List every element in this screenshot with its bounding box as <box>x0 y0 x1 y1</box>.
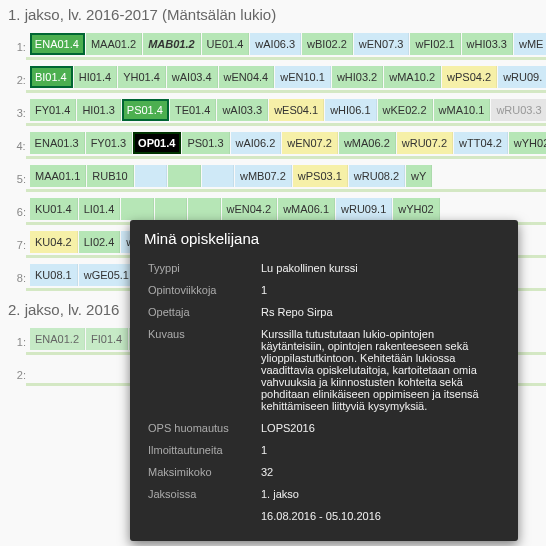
course-chip[interactable]: BI01.4 <box>30 66 73 88</box>
tooltip-type-value: Lu pakollinen kurssi <box>257 257 504 279</box>
course-chip[interactable]: LI01.4 <box>79 198 121 220</box>
course-row: 1:ENA01.4MAA01.2MAB01.2UE01.4wAI06.3wBI0… <box>0 31 546 57</box>
course-row: 6:KU01.4LI01.4 wEN04.2wMA06.1wRU09.1wYH0… <box>0 196 546 222</box>
course-chip[interactable]: wRU07.2 <box>397 132 453 154</box>
row-number: 2: <box>4 361 30 381</box>
tooltip-desc-label: Kuvaus <box>144 323 257 390</box>
course-chip[interactable]: PS01.4 <box>122 99 169 121</box>
course-chip[interactable]: wRU03.3 <box>491 99 546 121</box>
course-chip[interactable] <box>188 198 220 220</box>
course-chip[interactable] <box>121 198 153 220</box>
course-chip[interactable]: wEN10.1 <box>275 66 331 88</box>
course-chip[interactable]: wRU08.2 <box>349 165 405 187</box>
course-chip[interactable] <box>135 165 167 187</box>
course-chip[interactable]: HI01.3 <box>77 99 120 121</box>
row-number: 1: <box>4 328 30 348</box>
course-chip[interactable]: wRU09.1 <box>336 198 392 220</box>
tooltip-teacher-value: Rs Repo Sirpa <box>257 301 504 323</box>
tooltip-weeks-value: 1 <box>257 279 504 301</box>
course-chip[interactable]: TE01.4 <box>170 99 216 121</box>
row-number: 5: <box>4 165 30 185</box>
row-number: 3: <box>4 99 30 119</box>
course-chip[interactable]: ENA01.4 <box>30 33 85 55</box>
row-number: 6: <box>4 198 30 218</box>
course-chip[interactable]: wHI03.3 <box>462 33 513 55</box>
course-chip[interactable]: wMA10.2 <box>384 66 441 88</box>
tooltip-type-label: Tyyppi <box>144 257 257 279</box>
tooltip-teacher-label: Opettaja <box>144 301 257 323</box>
row-number: 4: <box>4 132 30 152</box>
course-chip[interactable]: FY01.4 <box>30 99 76 121</box>
row-number: 8: <box>4 264 30 284</box>
course-chip[interactable]: wAI03.4 <box>167 66 218 88</box>
course-chip[interactable]: FI01.4 <box>86 328 128 350</box>
row-number: 2: <box>4 66 30 86</box>
course-row: 4:ENA01.3FY01.3OP01.4PS01.3wAI06.2wEN07.… <box>0 130 546 156</box>
course-chip[interactable]: wAI03.3 <box>217 99 268 121</box>
course-chip[interactable]: wMB07.2 <box>235 165 292 187</box>
course-chip[interactable]: wAI06.3 <box>250 33 301 55</box>
course-chip[interactable]: ENA01.3 <box>30 132 85 154</box>
course-chip[interactable]: wPS03.1 <box>293 165 348 187</box>
course-chip[interactable]: RUB10 <box>87 165 133 187</box>
course-chip[interactable]: FY01.3 <box>86 132 132 154</box>
course-chip[interactable]: UE01.4 <box>202 33 250 55</box>
tooltip-weeks-label: Opintoviikkoja <box>144 279 257 301</box>
course-chip[interactable] <box>202 165 234 187</box>
course-chip[interactable]: wPS04.2 <box>442 66 497 88</box>
tooltip-desc-value: Kurssilla tutustutaan lukio-opintojen kä… <box>257 323 504 390</box>
course-chip[interactable]: wHI06.1 <box>325 99 376 121</box>
row-number: 7: <box>4 231 30 251</box>
course-chip[interactable]: MAA01.2 <box>86 33 142 55</box>
course-chip[interactable] <box>168 165 200 187</box>
course-chip[interactable]: wYH02 <box>509 132 546 154</box>
course-row: 5:MAA01.1RUB10 wMB07.2wPS03.1wRU08.2wY <box>0 163 546 189</box>
course-chip[interactable]: wMA06.1 <box>278 198 335 220</box>
course-chip[interactable]: MAB01.2 <box>143 33 200 55</box>
course-chip[interactable]: wKE02.2 <box>378 99 433 121</box>
course-chip[interactable]: wBI02.2 <box>302 33 353 55</box>
course-chip[interactable]: wHI03.2 <box>332 66 383 88</box>
course-chip[interactable]: wMA10.1 <box>434 99 491 121</box>
section-title-1: 1. jakso, lv. 2016-2017 (Mäntsälän lukio… <box>0 0 546 31</box>
course-chip[interactable]: PS01.3 <box>182 132 229 154</box>
course-chip[interactable]: wEN07.2 <box>282 132 338 154</box>
course-chip[interactable]: wAI06.2 <box>231 132 282 154</box>
course-chip[interactable]: LI02.4 <box>79 231 121 253</box>
course-chip[interactable]: MAA01.1 <box>30 165 86 187</box>
tooltip-title: Minä opiskelijana <box>144 230 504 247</box>
course-row: 3:FY01.4HI01.3PS01.4TE01.4wAI03.3wES04.1… <box>0 97 546 123</box>
course-chip[interactable]: wES04.1 <box>269 99 324 121</box>
course-chip[interactable]: KU08.1 <box>30 264 78 286</box>
course-tooltip: Minä opiskelijana Tyyppi Lu pakollinen k… <box>130 220 518 390</box>
course-chip[interactable]: KU01.4 <box>30 198 78 220</box>
course-chip[interactable]: wY <box>406 165 432 187</box>
course-chip[interactable]: KU04.2 <box>30 231 78 253</box>
course-chip[interactable]: HI01.4 <box>74 66 117 88</box>
course-chip[interactable]: OP01.4 <box>133 132 181 154</box>
course-chip[interactable]: wTT04.2 <box>454 132 508 154</box>
course-chip[interactable]: wGE05.1 <box>79 264 135 286</box>
course-chip[interactable]: wFI02.1 <box>410 33 460 55</box>
course-chip[interactable]: wRU09. <box>498 66 546 88</box>
course-chip[interactable]: wEN04.2 <box>222 198 278 220</box>
row-number: 1: <box>4 33 30 53</box>
course-chip[interactable]: wMA06.2 <box>339 132 396 154</box>
course-chip[interactable] <box>155 198 187 220</box>
course-chip[interactable]: wYH02 <box>393 198 439 220</box>
course-row: 2:BI01.4HI01.4YH01.4wAI03.4wEN04.4wEN10.… <box>0 64 546 90</box>
course-chip[interactable]: wEN04.4 <box>219 66 275 88</box>
course-chip[interactable]: wME <box>514 33 546 55</box>
course-chip[interactable]: ENA01.2 <box>30 328 85 350</box>
course-chip[interactable]: wEN07.3 <box>354 33 410 55</box>
course-chip[interactable]: YH01.4 <box>118 66 166 88</box>
